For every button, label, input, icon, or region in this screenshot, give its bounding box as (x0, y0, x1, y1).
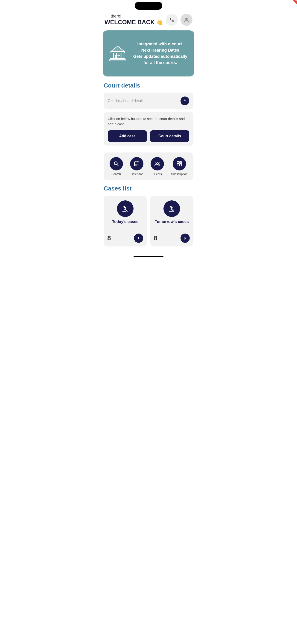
court-details-section: Court details Get daily board details Cl… (99, 82, 198, 150)
cases-section: Cases list Today's cases 8 (99, 185, 198, 253)
profile-button[interactable] (180, 14, 192, 26)
search-bar[interactable]: Get daily board details (104, 93, 194, 109)
search-label: Search (112, 172, 121, 176)
svg-rect-20 (138, 164, 138, 164)
tomorrow-cases-icon (164, 200, 180, 217)
quick-action-search[interactable]: Search (110, 157, 123, 176)
svg-line-13 (117, 164, 118, 166)
calendar-icon (134, 161, 140, 167)
greeting-hi: Hi, there! (104, 14, 166, 19)
info-card: Click on below buttons to see the court … (104, 112, 194, 146)
svg-point-29 (178, 165, 178, 166)
today-cases-label: Today's cases (107, 219, 143, 224)
svg-point-32 (180, 165, 181, 166)
svg-rect-19 (136, 164, 137, 164)
gavel-icon-tomorrow (168, 205, 176, 212)
svg-rect-22 (136, 165, 137, 166)
svg-point-24 (158, 162, 159, 164)
svg-rect-34 (169, 211, 173, 212)
svg-marker-2 (111, 46, 124, 52)
header-icons (166, 14, 192, 26)
greeting-welcome: WELCOME BACK 👋 (104, 19, 166, 26)
svg-rect-33 (122, 211, 126, 212)
clients-action-icon (150, 157, 164, 170)
svg-rect-10 (109, 60, 126, 61)
wave-emoji: 👋 (156, 19, 163, 25)
phone-icon (169, 17, 174, 22)
subscription-icon (176, 161, 182, 167)
tomorrow-cases-arrow-button[interactable] (180, 234, 190, 243)
court-details-button[interactable]: Court details (150, 130, 189, 142)
search-icon (113, 161, 119, 167)
search-bar-label: Get daily board details (108, 99, 144, 103)
court-building-icon (108, 44, 127, 63)
action-buttons: Add case Court details (108, 130, 189, 142)
tomorrow-cases-bottom: 8 (154, 231, 190, 243)
quick-action-subscription[interactable]: Subscription (171, 157, 188, 176)
svg-rect-4 (112, 53, 114, 58)
greeting-section: Hi, there! WELCOME BACK 👋 (104, 14, 166, 26)
dynamic-island (135, 2, 162, 10)
download-button[interactable] (180, 96, 189, 105)
svg-rect-18 (135, 164, 136, 164)
subscription-action-icon (173, 157, 186, 170)
calendar-label: Calendar (130, 172, 143, 176)
svg-rect-11 (184, 102, 186, 102)
clients-label: Clients (153, 172, 162, 176)
svg-point-31 (178, 162, 178, 163)
banner-text: Integrated with e-court. Next Hearing Da… (132, 41, 189, 66)
svg-point-0 (185, 18, 188, 20)
banner-icon-wrap (107, 43, 128, 64)
add-case-button[interactable]: Add case (108, 130, 147, 142)
info-card-text: Click on below buttons to see the court … (108, 116, 189, 127)
tomorrow-cases-count: 8 (154, 234, 158, 242)
profile-icon (183, 16, 190, 23)
banner-card: Integrated with e-court. Next Hearing Da… (103, 30, 194, 76)
svg-rect-21 (135, 165, 136, 166)
gavel-icon-today (121, 205, 129, 212)
today-cases-bottom: 8 (107, 231, 143, 243)
arrow-right-icon-tomorrow (183, 236, 187, 240)
tomorrow-cases-label: Tomorrow's cases (154, 219, 190, 224)
cases-list-title: Cases list (104, 185, 194, 192)
home-bar (134, 256, 164, 257)
today-cases-icon (117, 200, 134, 217)
subscription-label: Subscription (171, 172, 188, 176)
banner-container: Integrated with e-court. Next Hearing Da… (99, 30, 198, 82)
download-icon (183, 99, 187, 103)
calendar-action-icon (130, 157, 144, 170)
today-cases-count: 8 (107, 234, 111, 242)
header: Hi, there! WELCOME BACK 👋 (99, 12, 198, 30)
phone-button[interactable] (166, 14, 178, 26)
court-details-title: Court details (104, 82, 194, 89)
svg-point-30 (180, 162, 181, 162)
arrow-right-icon (136, 236, 141, 240)
today-cases-card[interactable]: Today's cases 8 (104, 196, 147, 246)
today-cases-arrow-button[interactable] (134, 234, 143, 243)
quick-actions: Search Calendar (104, 152, 194, 180)
svg-point-23 (156, 162, 157, 164)
tomorrow-cases-card[interactable]: Tomorrow's cases 8 (150, 196, 194, 246)
svg-rect-7 (122, 53, 123, 58)
status-bar (99, 0, 198, 12)
search-action-icon (110, 157, 123, 170)
quick-action-calendar[interactable]: Calendar (130, 157, 144, 176)
home-indicator (99, 253, 198, 262)
cases-grid: Today's cases 8 Tomorrow's (104, 196, 194, 246)
quick-action-clients[interactable]: Clients (150, 157, 164, 176)
clients-icon (154, 161, 160, 167)
